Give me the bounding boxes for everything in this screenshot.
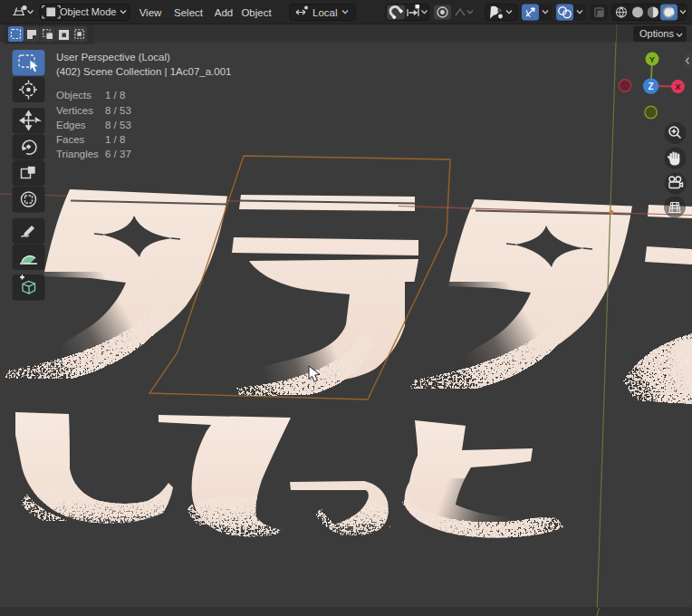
svg-text:Object Mode: Object Mode xyxy=(60,6,116,17)
svg-text:Select: Select xyxy=(174,7,204,18)
svg-text:Object: Object xyxy=(241,7,272,18)
svg-text:View: View xyxy=(139,7,162,18)
svg-text:Local: Local xyxy=(312,7,338,18)
svg-text:Objects: Objects xyxy=(56,90,91,101)
svg-text:8 / 53: 8 / 53 xyxy=(105,120,131,130)
svg-text:6 / 37: 6 / 37 xyxy=(105,149,131,159)
svg-text:Faces: Faces xyxy=(56,134,85,145)
svg-text:Triangles: Triangles xyxy=(56,149,99,159)
svg-text:Vertices: Vertices xyxy=(56,105,93,116)
svg-text:Add: Add xyxy=(215,7,233,18)
svg-text:(402) Scene Collection | 1Ac07: (402) Scene Collection | 1Ac07_a.001 xyxy=(56,66,232,77)
svg-text:Edges: Edges xyxy=(56,120,86,130)
svg-text:X: X xyxy=(675,82,681,91)
svg-text:1 / 8: 1 / 8 xyxy=(105,90,125,101)
svg-text:8 / 53: 8 / 53 xyxy=(105,105,131,116)
svg-text:User Perspective (Local): User Perspective (Local) xyxy=(56,52,170,63)
svg-text:Z: Z xyxy=(649,82,654,91)
svg-text:1 / 8: 1 / 8 xyxy=(105,134,125,145)
svg-text:Y: Y xyxy=(649,54,656,64)
svg-text:Options: Options xyxy=(639,28,674,39)
